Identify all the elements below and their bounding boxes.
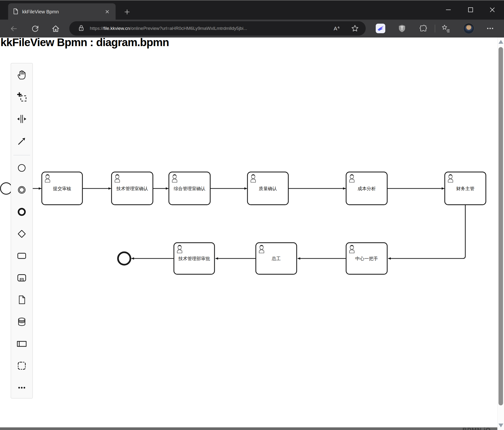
palette-create-data-store-icon[interactable] [16,316,27,327]
browser-tab[interactable]: kkFileView Bpmn [8,3,116,20]
scroll-up-arrow-icon[interactable] [498,40,503,44]
browser-window: kkFileView Bpmn [0,0,504,430]
palette-create-participant-icon[interactable] [16,338,27,349]
vertical-scrollbar-thumb[interactable] [498,47,503,405]
settings-dots-icon[interactable] [485,24,495,33]
palette-create-gateway-icon[interactable] [16,228,27,239]
window-maximize-button[interactable] [463,2,478,17]
task-label: 财务主管 [456,186,474,191]
palette-separator [13,155,30,155]
favorites-hub-icon[interactable] [441,24,451,33]
url-text[interactable]: https://file.kkview.cn/onlinePreview?url… [90,26,247,31]
window-close-button[interactable] [484,2,500,17]
palette-create-task-icon[interactable] [16,250,27,261]
tab-close-icon[interactable] [103,8,111,16]
home-icon[interactable] [51,24,60,34]
vertical-scrollbar[interactable] [497,37,504,430]
bpmn-user-task[interactable]: 技术管理部审批 [174,243,215,274]
palette-create-end-event-icon[interactable] [16,206,27,217]
sequence-flow[interactable] [388,205,465,259]
task-label: 提交审核 [53,186,71,191]
tampermonkey-shield-icon[interactable] [397,24,407,33]
bpmn-user-task[interactable]: 中心一把手 [346,243,387,274]
bpmn-user-task[interactable]: 成本分析 [346,172,387,205]
bpmn-user-task[interactable]: 财务主管 [445,172,486,205]
favorite-star-icon[interactable] [351,24,359,33]
bpmn-io-watermark[interactable]: BPMN.iO [462,426,491,430]
bpmn-start-event[interactable] [0,183,12,194]
task-label: 技术管理部审批 [179,256,210,261]
bpmn-user-task[interactable]: 技术管理室确认 [112,172,153,205]
palette-lasso-tool-icon[interactable] [16,91,27,102]
palette-space-tool-icon[interactable] [16,114,27,125]
bird-extension-icon[interactable] [376,24,385,33]
browser-titlebar: kkFileView Bpmn [0,0,504,20]
read-aloud-icon[interactable]: A [332,24,341,33]
task-label: 质量确认 [259,186,277,191]
lock-icon[interactable] [77,24,86,33]
bpmn-canvas[interactable]: 提交审核技术管理室确认综合管理室确认质量确认成本分析财务主管中心一把手总工技术管… [0,37,504,430]
bpmn-user-task[interactable]: 质量确认 [247,172,288,205]
palette-global-connect-tool-icon[interactable] [16,136,27,147]
url-path: /onlinePreview?url=aHR0cHM6Ly9maWxlLmtrd… [130,26,247,31]
task-label: 中心一把手 [355,256,378,261]
task-label: 综合管理室确认 [174,186,206,191]
horizontal-scrollbar-thumb[interactable] [0,427,497,430]
back-icon[interactable] [9,24,18,34]
task-label: 总工 [272,256,281,261]
palette-create-intermediate-event-icon[interactable] [16,184,27,195]
url-domain: file.kkview.cn [103,26,130,31]
palette-create-group-icon[interactable] [16,360,27,371]
palette-create-start-event-icon[interactable] [16,162,27,173]
scroll-down-arrow-icon[interactable] [498,423,503,427]
bpmn-palette [11,63,33,398]
palette-palette-more-icon[interactable] [16,382,27,393]
bpmn-user-task[interactable]: 综合管理室确认 [169,172,210,205]
bpmn-user-task[interactable]: 提交审核 [42,172,82,205]
bpmn-end-event[interactable] [118,252,130,265]
palette-hand-tool-icon[interactable] [16,69,27,80]
task-label: 成本分析 [358,186,376,191]
window-minimize-button[interactable] [441,2,456,17]
bpmn-user-task[interactable]: 总工 [256,243,297,274]
new-tab-button[interactable] [122,7,132,17]
extensions-puzzle-icon[interactable] [418,24,428,33]
svg-text:A: A [334,26,337,32]
tab-favicon-document-icon [12,8,19,16]
palette-create-subprocess-icon[interactable] [16,272,27,283]
task-label: 技术管理室确认 [116,186,148,191]
tab-title: kkFileView Bpmn [22,9,103,15]
url-scheme: https:// [90,26,103,31]
toolbar-separator [435,25,435,33]
palette-create-data-object-icon[interactable] [16,294,27,305]
profile-avatar[interactable] [463,23,474,34]
browser-toolbar: https://file.kkview.cn/onlinePreview?url… [0,20,504,37]
address-bar[interactable]: https://file.kkview.cn/onlinePreview?url… [69,21,366,36]
refresh-icon[interactable] [30,24,40,34]
